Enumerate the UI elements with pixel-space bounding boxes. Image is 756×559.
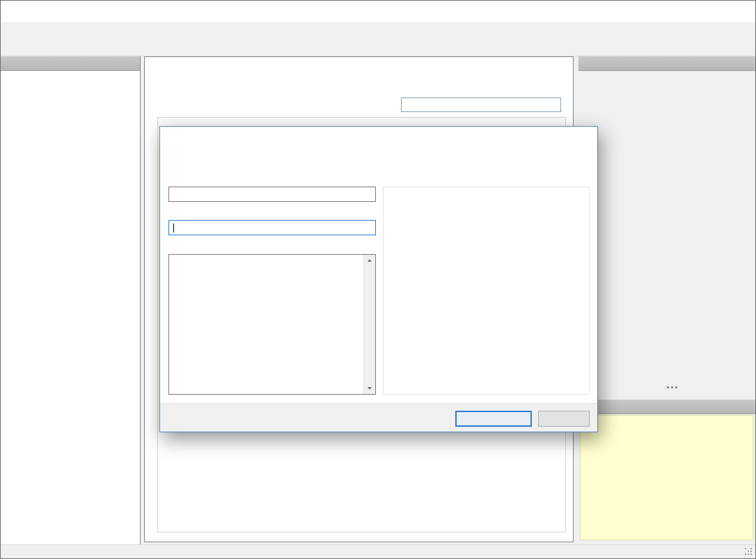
panel-splitter[interactable] [578, 386, 756, 388]
titlebar[interactable] [1, 1, 755, 22]
navigation-panel [1, 56, 141, 546]
text-caret [173, 223, 174, 233]
notice-textarea[interactable] [168, 254, 376, 395]
app-logo-icon [8, 6, 19, 17]
scroll-up-button[interactable] [364, 255, 375, 266]
menu-file[interactable] [4, 24, 17, 30]
add-template-dialog [159, 126, 598, 432]
navigation-tree [1, 71, 140, 74]
back-button[interactable] [2, 39, 28, 56]
toolbar [1, 38, 755, 56]
menubar [1, 22, 755, 38]
filter-input[interactable] [401, 97, 561, 112]
dialog-footer [160, 403, 597, 432]
message-box [383, 187, 590, 395]
add-template-icon [168, 132, 178, 143]
save-button[interactable] [455, 411, 532, 427]
dialog-controls [512, 127, 597, 148]
actions-panel [578, 56, 756, 546]
cancel-button[interactable] [538, 411, 590, 427]
id-input[interactable] [168, 187, 376, 202]
app-window [0, 0, 756, 559]
dialog-minimize-button[interactable] [512, 127, 540, 148]
forward-arrow-icon [35, 41, 47, 53]
filter-funnel-icon[interactable] [546, 100, 558, 111]
menu-help[interactable] [19, 24, 31, 30]
dialog-maximize-button[interactable] [540, 127, 569, 148]
minimize-button[interactable] [659, 1, 691, 22]
actions-list [578, 71, 756, 76]
back-arrow-icon [8, 41, 19, 53]
resize-grip[interactable] [744, 547, 753, 556]
notice-scrollbar[interactable] [363, 255, 375, 394]
information-header [578, 400, 756, 414]
arrow-down-icon [368, 387, 372, 390]
help-icon [170, 411, 180, 422]
scroll-down-button[interactable] [364, 383, 375, 394]
statusbar [1, 544, 755, 558]
actions-header [578, 56, 756, 71]
templates-page-icon [151, 67, 173, 88]
window-controls [659, 1, 755, 22]
maximize-button[interactable] [691, 1, 723, 22]
arrow-up-icon [368, 259, 372, 262]
close-button[interactable] [723, 1, 755, 22]
dialog-close-button[interactable] [569, 127, 597, 148]
navigation-header [1, 56, 140, 71]
forward-button[interactable] [29, 39, 55, 56]
name-input[interactable] [168, 220, 376, 235]
help-button[interactable] [170, 411, 184, 422]
information-panel [580, 415, 753, 540]
dialog-titlebar[interactable] [160, 127, 597, 148]
